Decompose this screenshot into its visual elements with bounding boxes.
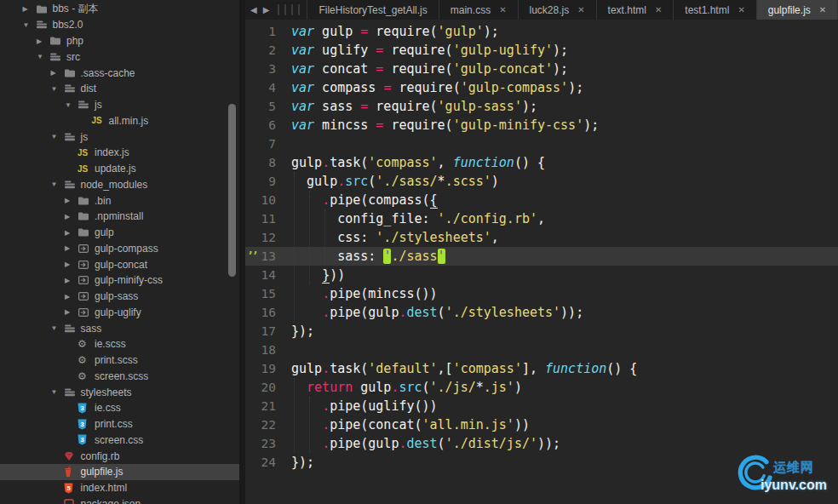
chevron-down-icon[interactable]: ▼ (64, 101, 77, 109)
tree-item-src[interactable]: ▼src (0, 49, 239, 65)
tab-label: main.css (451, 4, 491, 16)
tree-item-label: screen.css (94, 434, 143, 446)
chevron-right-icon[interactable]: ▶ (64, 197, 77, 204)
tree-item-.npminstall[interactable]: ▶.npminstall (0, 209, 239, 225)
indent-guide (309, 191, 310, 284)
code-text: .pipe(uglify()) (276, 397, 438, 415)
tree-item-gulp-minify-css[interactable]: ▶gulp-minify-css (0, 272, 239, 289)
tree-item-label: .bin (94, 195, 111, 207)
chevron-down-icon[interactable]: ▼ (50, 180, 64, 188)
tree-item-sass[interactable]: ▼sass (0, 320, 239, 336)
tab-gulpfile.js[interactable]: gulpfile.js✕ (756, 0, 837, 20)
chevron-right-icon[interactable]: ▶ (64, 244, 77, 252)
tree-item-gulpfile.js[interactable]: gulpfile.js (0, 464, 239, 480)
tab-close-icon[interactable]: ✕ (819, 6, 826, 14)
line-number: 14 (245, 266, 276, 284)
code-line-11: 11 config_file: './config.rb', (245, 209, 838, 228)
tree-item-screen.css[interactable]: 3screen.css (0, 432, 239, 448)
file-tree-sidebar[interactable]: ▶bbs - 副本▼bbs2.0▶php▼src▶.sass-cache▼dis… (0, 0, 239, 504)
code-line-9: 9 gulp.src('./sass/*.scss') (245, 172, 838, 191)
tree-item-js[interactable]: ▼js (0, 97, 239, 113)
code-line-20: 20 return gulp.src('./js/*.js') (245, 378, 838, 397)
tree-item-config.rb[interactable]: config.rb (0, 448, 239, 464)
chevron-down-icon[interactable]: ▼ (50, 133, 64, 140)
folder-closed-icon (64, 68, 80, 78)
code-text: gulp.src('./sass/*.scss') (276, 172, 499, 191)
html-icon: 5 (64, 483, 80, 494)
chevron-down-icon[interactable]: ▼ (50, 85, 64, 93)
code-text (276, 135, 291, 153)
tab-text.html[interactable]: text.html✕ (596, 0, 674, 20)
line-number: 23 (245, 434, 276, 453)
sidebar-scrollbar-thumb[interactable] (228, 104, 236, 277)
code-line-12: 12 css: './stylesheets', (245, 228, 838, 247)
tree-item-gulp[interactable]: ▶gulp (0, 225, 239, 241)
tree-item-gulp-compass[interactable]: ▶gulp-compass (0, 240, 239, 256)
code-text: var gulp = require('gulp'); (276, 22, 499, 41)
chevron-right-icon[interactable]: ▶ (64, 213, 77, 220)
chevron-right-icon[interactable]: ▶ (36, 37, 49, 45)
folder-closed-icon (49, 36, 66, 46)
tab-close-icon[interactable]: ✕ (738, 6, 744, 14)
tree-item-label: sass (80, 323, 102, 335)
tab-close-icon[interactable]: ✕ (499, 6, 506, 14)
tree-item-dist[interactable]: ▼dist (0, 81, 239, 97)
tree-item-ie.css[interactable]: 3ie.css (0, 400, 239, 416)
chevron-right-icon[interactable]: ▶ (64, 293, 77, 301)
tab-close-icon[interactable]: ✕ (655, 6, 662, 14)
tree-item-label: ie.scss (94, 338, 126, 350)
tab-luck28.js[interactable]: luck28.js✕ (518, 0, 596, 20)
js-icon: JS (77, 148, 94, 158)
chevron-down-icon[interactable]: ▼ (36, 53, 49, 60)
tree-item-bbs2.0[interactable]: ▼bbs2.0 (0, 17, 239, 33)
chevron-right-icon[interactable]: ▶ (22, 5, 36, 13)
line-number: 6 (245, 116, 276, 135)
tree-item-php[interactable]: ▶php (0, 33, 239, 49)
tree-item-node-modules[interactable]: ▼node_modules (0, 176, 239, 192)
chevron-down-icon[interactable]: ▼ (50, 324, 64, 332)
line-number: 1 (245, 22, 276, 41)
chevron-right-icon[interactable]: ▶ (50, 69, 64, 77)
editor-pane[interactable]: 1var gulp = require('gulp');2var uglify … (245, 20, 838, 504)
chevron-down-icon[interactable]: ▼ (22, 21, 36, 29)
folder-open-icon (77, 100, 94, 110)
chevron-right-icon[interactable]: ▶ (64, 277, 77, 284)
tree-item-.sass-cache[interactable]: ▶.sass-cache (0, 65, 239, 81)
code-text: .pipe(mincss()) (276, 284, 438, 303)
tree-item-print.scss[interactable]: ⚙print.scss (0, 352, 239, 369)
chevron-down-icon[interactable]: ▼ (50, 388, 64, 396)
code-line-21: 21 .pipe(uglify()) (245, 397, 838, 415)
tree-item-.bin[interactable]: ▶.bin (0, 192, 239, 209)
nav-back-icon[interactable]: ◀ (250, 6, 257, 14)
tree-item-stylesheets[interactable]: ▼stylesheets (0, 384, 239, 400)
tree-item-bbs-[interactable]: ▶bbs - 副本 (0, 1, 239, 17)
tree-item-gulp-uglify[interactable]: ▶gulp-uglify (0, 304, 239, 320)
tree-item-index.html[interactable]: 5index.html (0, 480, 239, 496)
tab-main.css[interactable]: main.css✕ (439, 0, 518, 20)
chevron-right-icon[interactable]: ▶ (64, 229, 77, 237)
tree-item-screen.scss[interactable]: ⚙screen.scss (0, 368, 239, 384)
scss-icon: ⚙ (77, 371, 94, 381)
line-number: 3 (245, 60, 276, 78)
tree-item-all.min.js[interactable]: JSall.min.js (0, 112, 239, 129)
tree-item-update.js[interactable]: JSupdate.js (0, 161, 239, 177)
tree-item-gulp-concat[interactable]: ▶gulp-concat (0, 256, 239, 272)
tab-label: luck28.js (530, 4, 570, 16)
nav-forward-icon[interactable]: ▶ (263, 6, 270, 14)
tree-item-gulp-sass[interactable]: ▶gulp-sass (0, 289, 239, 305)
tree-item-print.css[interactable]: 3print.css (0, 416, 239, 432)
folder-open-icon (64, 324, 80, 334)
chevron-right-icon[interactable]: ▶ (64, 261, 77, 268)
tab-close-icon[interactable]: ✕ (577, 6, 584, 14)
tree-item-index.js[interactable]: JSindex.js (0, 145, 239, 161)
tree-item-js[interactable]: ▼js (0, 129, 239, 145)
tree-item-label: screen.scss (94, 370, 148, 382)
code-text: .pipe(concat('all.min.js')) (276, 415, 530, 434)
tree-item-label: all.min.js (108, 115, 149, 127)
tab-filehistorytest-getall.js[interactable]: FileHistoryTest_getAll.js (307, 0, 438, 20)
tree-item-package.json[interactable]: package.json (0, 495, 239, 504)
tab-test1.html[interactable]: test1.html✕ (673, 0, 755, 20)
tree-item-ie.scss[interactable]: ⚙ie.scss (0, 336, 239, 352)
folder-open-icon (64, 83, 80, 94)
chevron-right-icon[interactable]: ▶ (64, 308, 77, 316)
